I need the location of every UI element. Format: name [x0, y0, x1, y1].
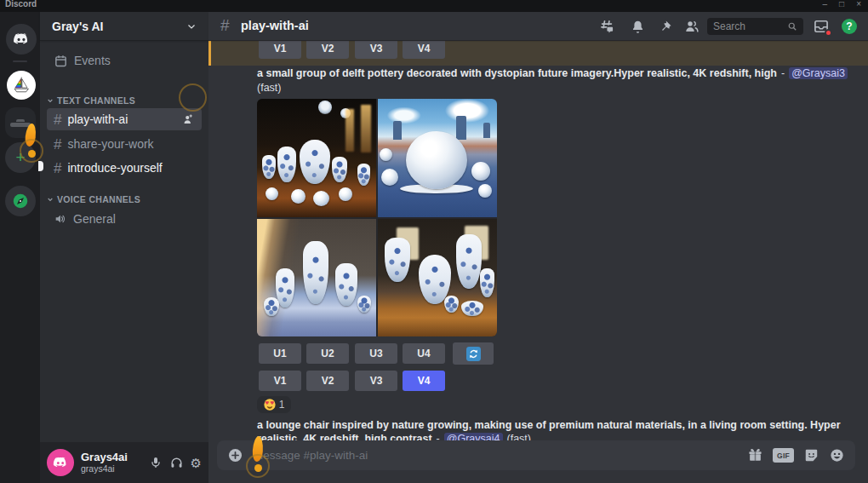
user-mention[interactable]: @Graysai3 — [789, 67, 848, 79]
emoji-picker-icon[interactable] — [829, 447, 845, 463]
server-button-dark[interactable] — [5, 107, 36, 138]
svg-text:♥: ♥ — [265, 400, 269, 405]
message-input[interactable] — [252, 448, 747, 463]
voice-channels-label: VOICE CHANNELS — [57, 194, 140, 204]
search-icon — [787, 21, 797, 32]
variation-button-v3[interactable]: V3 — [355, 371, 397, 391]
plus-icon: + — [15, 148, 25, 167]
window-titlebar: Discord – □ × — [0, 0, 868, 12]
discord-app-window: Discord – □ × — [0, 0, 868, 483]
speaker-icon — [54, 212, 67, 226]
voice-channels-section-header[interactable]: VOICE CHANNELS — [47, 193, 202, 206]
gif-picker-button[interactable]: GIF — [773, 448, 794, 463]
server-icon-shape — [16, 119, 25, 122]
events-label: Events — [74, 54, 111, 67]
username: Grays4ai — [81, 451, 149, 464]
window-maximize-button[interactable]: □ — [839, 0, 844, 9]
server-icon-shape — [10, 123, 31, 127]
question-mark-icon: ? — [846, 20, 852, 32]
sidebar-channel-share-your-work[interactable]: # share-your-work — [47, 133, 202, 155]
search-placeholder: Search — [713, 20, 787, 32]
search-input[interactable]: Search — [707, 18, 803, 35]
window-close-button[interactable]: × — [856, 0, 861, 9]
microphone-icon[interactable] — [149, 456, 163, 469]
chevron-down-icon — [47, 97, 54, 104]
image-quadrant-4[interactable] — [378, 219, 497, 337]
message-list: V1 V2 V3 V4 a small group of delft potte… — [208, 41, 868, 483]
svg-text:♥: ♥ — [270, 400, 274, 405]
notifications-bell-icon[interactable] — [629, 18, 646, 35]
server-name: Gray's AI — [52, 20, 186, 33]
channel-name: play-with-ai — [67, 112, 176, 126]
channel-name: share-your-work — [67, 137, 153, 151]
variation-button-v4-active[interactable]: V4 — [403, 371, 445, 391]
window-minimize-button[interactable]: – — [823, 0, 828, 9]
message-prompt-suffix: (fast) — [257, 82, 281, 94]
upscale-button-u3[interactable]: U3 — [355, 343, 397, 364]
text-channels-label: TEXT CHANNELS — [57, 95, 135, 106]
hash-icon: # — [54, 161, 61, 175]
unread-indicator-pill — [38, 161, 43, 171]
prompt-text: a small group of delft pottery decorated… — [257, 67, 777, 79]
variation-button-v2-top[interactable]: V2 — [306, 41, 349, 59]
variation-button-v1-top[interactable]: V1 — [259, 41, 301, 59]
user-panel: Grays4ai grays4ai ⚙ — [40, 442, 208, 483]
reaction-pill[interactable]: ♥ ♥ 1 — [257, 396, 291, 413]
sidebar-voice-channel-general[interactable]: General — [47, 208, 202, 230]
image-quadrant-1[interactable] — [257, 99, 376, 217]
prompt-text: a lounge chair inspired by nature growin… — [257, 419, 841, 431]
discord-logo-icon — [52, 457, 69, 469]
message-prompt-line-2: a lounge chair inspired by nature growin… — [257, 419, 841, 431]
variation-button-v3-top[interactable]: V3 — [355, 41, 397, 59]
notification-dot — [825, 29, 832, 37]
explore-servers-button[interactable] — [5, 186, 36, 216]
calendar-icon — [54, 54, 68, 68]
chevron-down-icon — [186, 21, 197, 32]
discord-home-button[interactable] — [6, 24, 37, 55]
server-rail: + — [0, 12, 40, 483]
variation-button-v4-top[interactable]: V4 — [403, 41, 445, 59]
avatar[interactable] — [47, 449, 74, 476]
discord-logo-icon — [12, 32, 31, 47]
inbox-icon[interactable] — [813, 18, 830, 35]
reroll-button[interactable] — [453, 342, 494, 365]
threads-icon[interactable] — [598, 18, 615, 35]
upscale-button-u1[interactable]: U1 — [259, 343, 301, 364]
help-button[interactable]: ? — [842, 19, 857, 34]
text-channels-section-header[interactable]: TEXT CHANNELS — [47, 94, 202, 107]
gear-icon[interactable]: ⚙ — [191, 457, 202, 469]
variation-button-v1[interactable]: V1 — [259, 371, 301, 391]
sidebar-channel-introduce-yourself[interactable]: # introduce-yourself — [47, 157, 202, 179]
hash-icon: # — [220, 16, 230, 35]
member-list-icon[interactable] — [683, 18, 700, 35]
hash-icon: # — [54, 137, 61, 152]
upscale-button-u2[interactable]: U2 — [306, 343, 349, 364]
compass-icon — [11, 192, 30, 210]
channel-title: play-with-ai — [241, 19, 309, 32]
image-quadrant-3[interactable] — [257, 219, 376, 337]
sidebar-item-events[interactable]: Events — [47, 49, 202, 72]
pinned-messages-icon[interactable] — [656, 18, 673, 35]
generated-image-grid[interactable] — [257, 99, 497, 336]
add-server-button[interactable]: + — [5, 142, 36, 173]
refresh-icon — [466, 347, 481, 361]
sticker-icon[interactable] — [803, 447, 819, 463]
channel-name: General — [73, 212, 116, 226]
image-quadrant-2[interactable] — [378, 99, 497, 217]
upscale-button-u4[interactable]: U4 — [403, 343, 445, 364]
sidebar-channel-play-with-ai[interactable]: # play-with-ai — [47, 108, 202, 130]
server-header[interactable]: Gray's AI — [40, 12, 208, 41]
user-handle: grays4ai — [81, 463, 149, 474]
headphones-icon[interactable] — [169, 456, 184, 470]
variation-button-v2[interactable]: V2 — [306, 371, 349, 391]
invite-member-icon[interactable] — [182, 113, 195, 126]
attach-plus-icon[interactable] — [227, 447, 243, 463]
rail-divider — [13, 60, 27, 62]
channel-header: # play-with-ai — [208, 12, 868, 41]
message-prompt-line: a small group of delft pottery decorated… — [257, 67, 848, 79]
fast-mode-label: (fast) — [257, 82, 281, 94]
midjourney-server-button[interactable] — [7, 71, 36, 100]
channel-name: introduce-yourself — [67, 161, 162, 175]
channel-sidebar: Gray's AI Events TEXT CHANNELS # play-wi… — [40, 12, 208, 483]
gift-icon[interactable] — [747, 447, 763, 463]
